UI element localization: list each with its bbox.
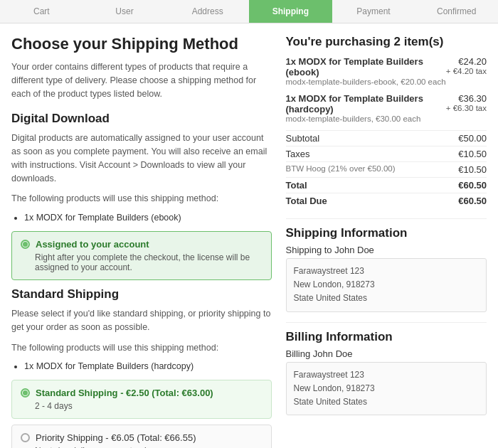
item1-tax: + €4.20 tax [446, 67, 487, 75]
shipping-address-line1: Farawaystreet 123 [294, 265, 479, 278]
total-label: Total [286, 180, 307, 191]
digital-following-text: The following products will use this shi… [11, 192, 272, 206]
purchase-item-1: 1x MODX for Template Builders (ebook) mo… [286, 56, 487, 86]
standard-option-label: Standard Shipping - €2.50 (Total: €63.00… [36, 388, 213, 398]
priority-shipping-option[interactable]: Priority Shipping - €6.05 (Total: €66.55… [11, 425, 272, 448]
left-column: Choose your Shipping Method Your order c… [11, 35, 272, 448]
subtotal-value: €50.00 [458, 133, 487, 144]
breadcrumb-confirmed[interactable]: Confirmed [415, 0, 498, 23]
item1-price: €24.20 [446, 56, 487, 67]
standard-shipping-option[interactable]: Standard Shipping - €2.50 (Total: €63.00… [11, 380, 272, 419]
item1-name: 1x MODX for Template Builders (ebook) [286, 56, 446, 78]
digital-product-list: 1x MODX for Template Builders (ebook) [24, 213, 272, 223]
digital-section-title: Digital Download [11, 112, 272, 126]
billing-to-label: Billing John Doe [286, 348, 487, 359]
item1-meta: modx-template-builders-ebook, €20.00 eac… [286, 78, 446, 86]
total-row: Total €60.50 [286, 177, 487, 193]
page-title: Choose your Shipping Method [11, 35, 272, 53]
shipping-info-section: Shipping Information Shipping to John Do… [286, 218, 487, 312]
item2-price: €36.30 [446, 93, 487, 104]
breadcrumb-shipping[interactable]: Shipping [249, 0, 332, 23]
taxes-value: €10.50 [458, 149, 487, 159]
breadcrumb-cart[interactable]: Cart [0, 0, 83, 23]
subtotal-label: Subtotal [286, 133, 320, 144]
standard-radio-icon [21, 388, 30, 398]
shipping-info-title: Shipping Information [286, 218, 487, 240]
subtotal-row: Subtotal €50.00 [286, 130, 487, 146]
shipping-address-line3: State United States [294, 292, 479, 305]
purchase-item-2: 1x MODX for Template Builders (hardcopy)… [286, 93, 487, 123]
breadcrumb-payment[interactable]: Payment [332, 0, 415, 23]
taxes-row: Taxes €10.50 [286, 146, 487, 161]
standard-product-list: 1x MODX for Template Builders (hardcopy) [24, 361, 272, 371]
item2-meta: modx-template-builders, €30.00 each [286, 114, 446, 123]
digital-product-item: 1x MODX for Template Builders (ebook) [24, 213, 272, 223]
priority-radio-icon [21, 433, 30, 442]
total-due-label: Total Due [286, 196, 327, 206]
breadcrumb-address[interactable]: Address [166, 0, 249, 23]
standard-section-title: Standard Shipping [11, 287, 272, 302]
total-value: €60.50 [458, 180, 487, 191]
digital-shipping-option[interactable]: Assigned to your account Right after you… [11, 231, 272, 280]
total-due-row: Total Due €60.50 [286, 193, 487, 208]
purchase-title: You're purchasing 2 item(s) [286, 35, 487, 49]
digital-option-label: Assigned to your account [36, 239, 149, 250]
billing-address-line1: Farawaystreet 123 [294, 368, 479, 382]
btw-value: €10.50 [458, 164, 487, 175]
total-due-value: €60.50 [458, 196, 487, 206]
standard-option-desc: 2 - 4 days [35, 401, 263, 411]
breadcrumb: Cart User Address Shipping Payment Confi… [0, 0, 498, 23]
item2-tax: + €6.30 tax [446, 104, 487, 112]
standard-product-item: 1x MODX for Template Builders (hardcopy) [24, 361, 272, 371]
btw-label: BTW Hoog (21% over €50.00) [286, 164, 396, 175]
price-table: Subtotal €50.00 Taxes €10.50 BTW Hoog (2… [286, 130, 487, 208]
standard-following-text: The following products will use this shi… [11, 341, 272, 355]
intro-text: Your order contains different types of p… [11, 60, 272, 100]
taxes-label: Taxes [286, 149, 310, 159]
billing-address-line3: State United States [294, 395, 479, 409]
billing-info-title: Billing Information [286, 322, 487, 344]
digital-desc: Digital products are automatically assig… [11, 132, 272, 185]
digital-option-desc: Right after you complete the checkout, t… [35, 252, 263, 272]
billing-address-line2: New London, 918273 [294, 382, 479, 395]
shipping-to-label: Shipping to John Doe [286, 245, 487, 255]
shipping-address: Farawaystreet 123 New London, 918273 Sta… [286, 258, 487, 312]
breadcrumb-user[interactable]: User [83, 0, 166, 23]
priority-option-label: Priority Shipping - €6.05 (Total: €66.55… [36, 432, 196, 443]
billing-address: Farawaystreet 123 New London, 918273 Sta… [286, 362, 487, 416]
shipping-address-line2: New London, 918273 [294, 278, 479, 292]
digital-radio-icon [21, 240, 30, 249]
item2-name: 1x MODX for Template Builders (hardcopy) [286, 93, 446, 114]
btw-row: BTW Hoog (21% over €50.00) €10.50 [286, 161, 487, 177]
billing-info-section: Billing Information Billing John Doe Far… [286, 322, 487, 416]
right-column: You're purchasing 2 item(s) 1x MODX for … [286, 35, 487, 448]
standard-desc: Please select if you'd like standard shi… [11, 307, 272, 334]
